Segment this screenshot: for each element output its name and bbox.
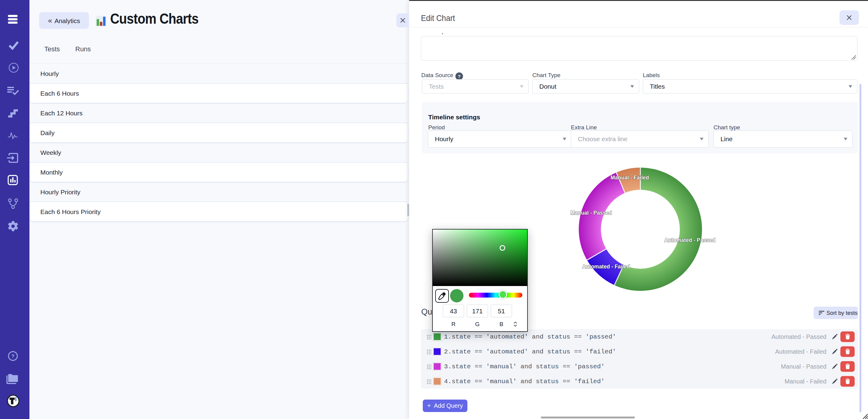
svg-text:?: ? [11, 353, 14, 359]
svg-text:Automated - Failed: Automated - Failed [582, 264, 630, 270]
svg-text:Automated - Passed: Automated - Passed [664, 237, 715, 243]
svg-text:Manual - Passed: Manual - Passed [570, 210, 612, 216]
svg-text:Manual - Failed: Manual - Failed [611, 175, 649, 181]
svg-text:?: ? [458, 74, 460, 79]
